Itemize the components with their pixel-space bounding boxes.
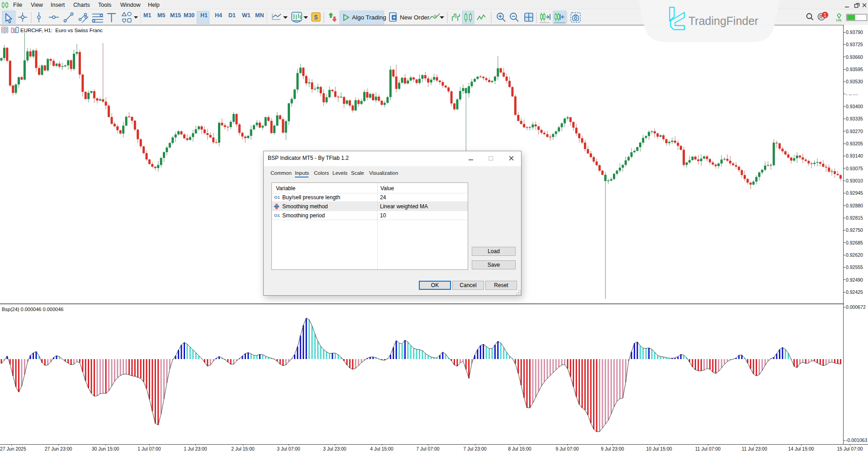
svg-text:LVL: LVL	[836, 19, 842, 22]
svg-text:1: 1	[824, 12, 826, 18]
